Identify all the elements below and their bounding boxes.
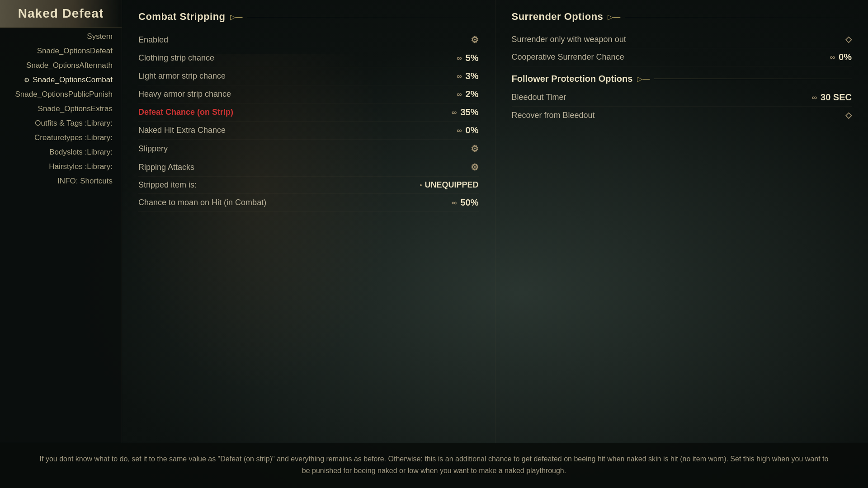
value-heavy-armor-strip: 2% <box>466 89 479 99</box>
value-stripped-item: UNEQUIPPED <box>425 180 478 190</box>
gear-icon-sidebar: ⚙ <box>24 76 30 84</box>
setting-value-heavy-armor-strip: ∞ 2% <box>457 89 478 99</box>
sidebar-item-options-aftermath[interactable]: Snade_OptionsAftermath <box>0 58 122 73</box>
gear-icon-slippery: ⚙ <box>471 143 479 154</box>
setting-row-coop-surrender[interactable]: Cooperative Surrender Chance ∞ 0% <box>512 48 852 66</box>
setting-row-clothing-strip[interactable]: Clothing strip chance ∞ 5% <box>138 49 479 67</box>
setting-label-heavy-armor-strip: Heavy armor strip chance <box>138 89 231 99</box>
infinity-icon-clothing: ∞ <box>457 54 462 62</box>
sidebar-item-hairstyles[interactable]: Hairstyles :Library: <box>0 160 122 174</box>
infinity-icon-bleedout: ∞ <box>812 94 817 102</box>
follower-protection-title: Follower Protection Options <box>512 74 633 84</box>
sidebar-label-options-aftermath: Snade_OptionsAftermath <box>26 61 113 70</box>
setting-label-ripping-attacks: Ripping Attacks <box>138 163 194 172</box>
setting-label-recover-bleedout: Recover from Bleedout <box>512 111 595 120</box>
main-content: Combat Stripping ▷— Enabled ⚙ Clothing s… <box>122 0 868 443</box>
setting-label-coop-surrender: Cooperative Surrender Chance <box>512 52 624 62</box>
diamond-icon-recover: ◇ <box>845 110 852 120</box>
follower-protection-header: Follower Protection Options ▷— <box>512 74 852 84</box>
bullet-dot-icon: • <box>420 182 422 189</box>
sidebar-label-options-combat: Snade_OptionsCombat <box>33 75 113 84</box>
setting-value-recover-bleedout: ◇ <box>845 110 852 120</box>
setting-label-surrender-weapon: Surrender only with weapon out <box>512 35 626 44</box>
value-light-armor-strip: 3% <box>466 71 479 81</box>
sidebar-label-options-extras: Snade_OptionsExtras <box>38 104 113 113</box>
sidebar-item-creature-types[interactable]: Creaturetypes :Library: <box>0 131 122 145</box>
sidebar-label-hairstyles: Hairstyles :Library: <box>49 162 113 171</box>
sidebar-item-outfits-tags[interactable]: Outfits & Tags :Library: <box>0 116 122 131</box>
setting-row-heavy-armor-strip[interactable]: Heavy armor strip chance ∞ 2% <box>138 85 479 103</box>
section-line-follower <box>654 79 852 79</box>
sidebar-label-info-shortcuts: INFO: Shortcuts <box>57 177 113 186</box>
section-line-right <box>625 17 852 17</box>
surrender-options-title: Surrender Options <box>512 11 604 23</box>
setting-row-bleedout-timer[interactable]: Bleedout Timer ∞ 30 SEC <box>512 89 852 107</box>
panels-row: Combat Stripping ▷— Enabled ⚙ Clothing s… <box>122 0 868 443</box>
setting-row-stripped-item[interactable]: Stripped item is: • UNEQUIPPED <box>138 177 479 194</box>
sidebar-item-info-shortcuts[interactable]: INFO: Shortcuts <box>0 174 122 188</box>
setting-row-ripping-attacks[interactable]: Ripping Attacks ⚙ <box>138 158 479 177</box>
infinity-icon-heavy-armor: ∞ <box>457 90 462 99</box>
value-defeat-chance: 35% <box>460 107 478 117</box>
setting-value-stripped-item: • UNEQUIPPED <box>420 180 479 190</box>
sidebar-label-outfits-tags: Outfits & Tags :Library: <box>35 119 113 128</box>
setting-row-surrender-weapon[interactable]: Surrender only with weapon out ◇ <box>512 31 852 48</box>
gear-icon-enabled: ⚙ <box>471 34 479 45</box>
bottom-info-bar: If you dont know what to do, set it to t… <box>0 443 868 488</box>
bottom-info-text: If you dont know what to do, set it to t… <box>36 453 832 476</box>
setting-value-chance-moan: ∞ 50% <box>452 197 478 208</box>
sidebar-item-bodyslots[interactable]: Bodyslots :Library: <box>0 145 122 160</box>
combat-stripping-header: Combat Stripping ▷— <box>138 11 479 24</box>
setting-value-ripping-attacks: ⚙ <box>471 162 479 173</box>
setting-value-coop-surrender: ∞ 0% <box>830 52 852 62</box>
section-arrow-icon-left: ▷— <box>230 13 243 21</box>
value-coop-surrender: 0% <box>839 52 852 62</box>
value-clothing-strip: 5% <box>466 53 479 63</box>
infinity-icon-light-armor: ∞ <box>457 72 462 80</box>
sidebar-item-system[interactable]: System <box>0 29 122 44</box>
infinity-icon-naked-hit: ∞ <box>457 127 462 135</box>
setting-value-light-armor-strip: ∞ 3% <box>457 71 478 81</box>
diamond-icon-surrender: ◇ <box>845 34 852 44</box>
setting-value-slippery: ⚙ <box>471 143 479 154</box>
sidebar-label-system: System <box>87 32 113 41</box>
sidebar-item-options-extras[interactable]: Snade_OptionsExtras <box>0 102 122 116</box>
setting-label-naked-hit-extra: Naked Hit Extra Chance <box>138 126 226 135</box>
setting-row-chance-moan[interactable]: Chance to moan on Hit (in Combat) ∞ 50% <box>138 194 479 212</box>
sidebar-item-options-public-punish[interactable]: Snade_OptionsPublicPunish <box>0 87 122 102</box>
value-naked-hit-extra: 0% <box>466 125 479 136</box>
value-chance-moan: 50% <box>460 197 478 208</box>
infinity-icon-coop: ∞ <box>830 53 835 61</box>
gear-icon-ripping: ⚙ <box>471 162 479 173</box>
top-area: Naked Defeat System Snade_OptionsDefeat … <box>0 0 868 443</box>
setting-label-bleedout-timer: Bleedout Timer <box>512 93 566 102</box>
setting-row-enabled[interactable]: Enabled ⚙ <box>138 31 479 49</box>
setting-label-slippery: Slippery <box>138 144 168 154</box>
sidebar-item-options-defeat[interactable]: Snade_OptionsDefeat <box>0 44 122 58</box>
setting-label-stripped-item: Stripped item is: <box>138 180 197 190</box>
section-line-left <box>247 17 479 17</box>
sidebar-label-creature-types: Creaturetypes :Library: <box>34 133 113 142</box>
setting-value-surrender-weapon: ◇ <box>845 34 852 44</box>
setting-row-defeat-chance[interactable]: Defeat Chance (on Strip) ∞ 35% <box>138 103 479 122</box>
setting-value-bleedout-timer: ∞ 30 SEC <box>812 92 852 103</box>
setting-row-recover-bleedout[interactable]: Recover from Bleedout ◇ <box>512 107 852 124</box>
setting-row-light-armor-strip[interactable]: Light armor strip chance ∞ 3% <box>138 67 479 85</box>
panel-combat-stripping: Combat Stripping ▷— Enabled ⚙ Clothing s… <box>122 0 495 443</box>
infinity-icon-moan: ∞ <box>452 199 457 207</box>
setting-value-enabled: ⚙ <box>471 34 479 45</box>
setting-label-enabled: Enabled <box>138 35 168 45</box>
setting-value-clothing-strip: ∞ 5% <box>457 53 478 63</box>
combat-stripping-title: Combat Stripping <box>138 11 226 23</box>
setting-label-light-armor-strip: Light armor strip chance <box>138 71 226 81</box>
setting-row-naked-hit-extra[interactable]: Naked Hit Extra Chance ∞ 0% <box>138 122 479 140</box>
setting-row-slippery[interactable]: Slippery ⚙ <box>138 140 479 158</box>
infinity-icon-defeat: ∞ <box>452 108 457 117</box>
setting-label-chance-moan: Chance to moan on Hit (in Combat) <box>138 198 266 207</box>
section-arrow-icon-right: ▷— <box>608 13 620 21</box>
setting-value-defeat-chance: ∞ 35% <box>452 107 478 117</box>
setting-label-defeat-chance: Defeat Chance (on Strip) <box>138 108 233 117</box>
section-arrow-icon-follower: ▷— <box>637 75 650 83</box>
sidebar-item-options-combat[interactable]: ⚙ Snade_OptionsCombat <box>0 73 122 87</box>
sidebar-label-options-defeat: Snade_OptionsDefeat <box>37 47 113 56</box>
